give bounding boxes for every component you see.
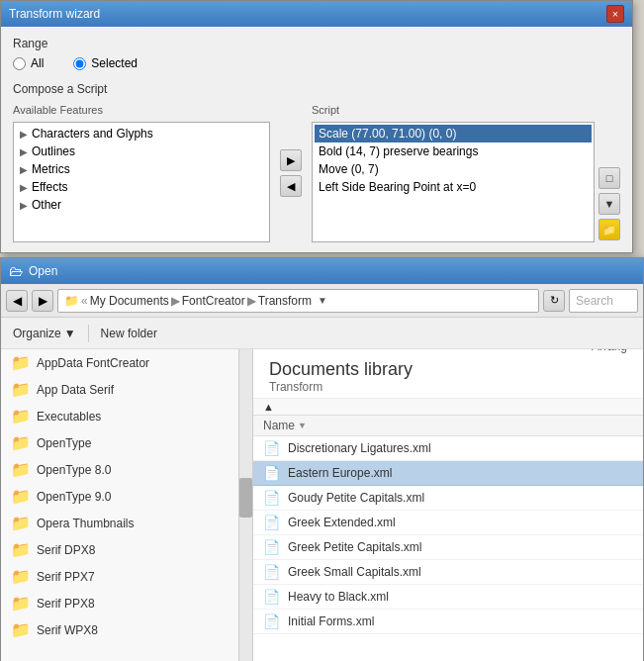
file-item-discretionary[interactable]: 📄 Discretionary Ligatures.xml — [253, 436, 643, 461]
file-item-greek-small[interactable]: 📄 Greek Small Capitals.xml — [253, 560, 643, 585]
file-icon: 📄 — [263, 614, 280, 629]
breadcrumb-fontcreator[interactable]: FontCreator — [182, 294, 245, 308]
folder-icon: 📁 — [11, 594, 31, 613]
folder-icon: 📁 — [11, 620, 31, 639]
file-item-initial-forms[interactable]: 📄 Initial Forms.xml — [253, 610, 643, 634]
library-title: Documents library — [269, 359, 413, 379]
folder-icon: 📁 — [11, 353, 31, 372]
compose-label: Compose a Script — [13, 82, 620, 96]
library-header: Documents library Arrang Transform — [253, 349, 643, 399]
folder-executables[interactable]: 📁 Executables — [1, 403, 252, 429]
organize-arrow-icon: ▼ — [64, 327, 76, 340]
folder-serif-dpx8[interactable]: 📁 Serif DPX8 — [1, 536, 252, 563]
folder-name: AppData FontCreator — [37, 356, 149, 370]
expand-arrow-icon: ▶ — [20, 164, 28, 175]
script-item[interactable]: Bold (14, 7) preserve bearings — [315, 142, 592, 160]
folder-opera-thumbnails[interactable]: 📁 Opera Thumbnails — [1, 510, 252, 536]
feature-metrics[interactable]: ▶ Metrics — [16, 160, 267, 178]
name-col-label: Name — [263, 419, 295, 432]
folder-serif-ppx7[interactable]: 📁 Serif PPX7 — [1, 563, 252, 590]
close-button[interactable]: × — [606, 5, 624, 23]
organize-button[interactable]: Organize ▼ — [9, 325, 80, 342]
feature-characters-glyphs[interactable]: ▶ Characters and Glyphs — [16, 125, 267, 142]
breadcrumb-sep1: ▶ — [171, 294, 180, 308]
folder-serif-ppx8[interactable]: 📁 Serif PPX8 — [1, 590, 252, 616]
range-label: Range — [13, 37, 620, 50]
file-name: Heavy to Black.xml — [288, 590, 389, 604]
breadcrumb-my-documents[interactable]: My Documents — [90, 294, 169, 308]
back-button[interactable]: ◀ — [6, 290, 28, 312]
folder-opentype[interactable]: 📁 OpenType — [1, 429, 252, 456]
folder-name: Serif PPX8 — [37, 597, 95, 611]
script-up-button[interactable]: □ — [598, 167, 620, 189]
feature-other[interactable]: ▶ Other — [16, 196, 267, 214]
feature-label: Metrics — [32, 162, 70, 176]
folder-icon: 📁 — [11, 433, 31, 452]
breadcrumb-transform[interactable]: Transform — [258, 294, 312, 308]
folder-name: OpenType — [37, 436, 91, 450]
file-list-pane: Documents library Arrang Transform ▲ Nam… — [253, 349, 643, 661]
breadcrumb-dropdown-icon[interactable]: ▼ — [318, 295, 327, 306]
file-name: Discretionary Ligatures.xml — [288, 441, 431, 455]
scrollbar[interactable] — [238, 349, 252, 661]
script-folder-button[interactable]: 📁 — [598, 219, 620, 240]
features-panel: Available Features ▶ Characters and Glyp… — [13, 104, 270, 242]
radio-selected-item: Selected — [73, 56, 138, 70]
forward-button[interactable]: ▶ — [32, 290, 53, 312]
script-panel: Script Scale (77.00, 71.00) (0, 0) Bold … — [312, 104, 620, 242]
script-action-buttons: □ ▼ 📁 — [598, 122, 620, 242]
folder-icon: 📁 — [11, 380, 31, 399]
folder-icon: 📁 — [11, 407, 31, 425]
feature-effects[interactable]: ▶ Effects — [16, 178, 267, 196]
folder-serif-wpx8[interactable]: 📁 Serif WPX8 — [1, 616, 252, 643]
folder-opentype-8[interactable]: 📁 OpenType 8.0 — [1, 456, 252, 483]
folder-name: Serif PPX7 — [37, 570, 95, 584]
file-icon: 📄 — [263, 564, 280, 580]
radio-all[interactable] — [13, 57, 26, 70]
search-box[interactable]: Search — [569, 289, 638, 313]
feature-outlines[interactable]: ▶ Outlines — [16, 142, 267, 160]
folder-name: Serif DPX8 — [37, 543, 95, 557]
add-feature-button[interactable]: ▶ — [280, 149, 302, 171]
file-icon: 📄 — [263, 465, 280, 481]
refresh-button[interactable]: ↻ — [543, 290, 565, 312]
folder-opentype-9[interactable]: 📁 OpenType 9.0 — [1, 483, 252, 510]
breadcrumb-sep2: ▶ — [247, 294, 256, 308]
name-column-header[interactable]: Name ▼ — [263, 419, 307, 432]
expand-arrow-icon: ▶ — [20, 182, 28, 193]
breadcrumb-bar[interactable]: 📁 « My Documents ▶ FontCreator ▶ Transfo… — [57, 289, 539, 313]
file-item-greek-extended[interactable]: 📄 Greek Extended.xml — [253, 511, 643, 535]
arrange-button[interactable]: Arrang — [592, 349, 627, 353]
sort-arrow-up: ▲ — [263, 401, 274, 413]
new-folder-button[interactable]: New folder — [97, 325, 161, 342]
script-item[interactable]: Move (0, 7) — [315, 160, 592, 178]
folder-icon: 📁 — [11, 487, 31, 506]
file-item-goudy[interactable]: 📄 Goudy Petite Capitals.xml — [253, 486, 643, 511]
library-subtitle: Transform — [269, 380, 627, 394]
remove-feature-button[interactable]: ◀ — [280, 175, 302, 197]
file-icon: 📄 — [263, 539, 280, 555]
folder-app-data-serif[interactable]: 📁 App Data Serif — [1, 376, 252, 403]
file-item-eastern-europe[interactable]: 📄 Eastern Europe.xml — [253, 461, 643, 486]
folder-icon: 📁 — [11, 460, 31, 479]
feature-label: Outlines — [32, 144, 75, 158]
script-item[interactable]: Scale (77.00, 71.00) (0, 0) — [315, 125, 592, 142]
file-icon: 📄 — [263, 490, 280, 506]
expand-arrow-icon: ▶ — [20, 200, 28, 211]
file-name: Greek Small Capitals.xml — [288, 565, 421, 579]
file-item-heavy-black[interactable]: 📄 Heavy to Black.xml — [253, 585, 643, 610]
script-down-button[interactable]: ▼ — [598, 193, 620, 215]
script-item[interactable]: Left Side Bearing Point at x=0 — [315, 178, 592, 196]
feature-list: ▶ Characters and Glyphs ▶ Outlines ▶ Met… — [13, 122, 270, 242]
file-item-greek-petite[interactable]: 📄 Greek Petite Capitals.xml — [253, 535, 643, 560]
script-list: Scale (77.00, 71.00) (0, 0) Bold (14, 7)… — [312, 122, 595, 242]
feature-label: Characters and Glyphs — [32, 127, 153, 141]
file-name: Greek Extended.xml — [288, 516, 396, 529]
open-title: Open — [29, 264, 57, 278]
radio-selected-label: Selected — [91, 56, 138, 70]
radio-selected[interactable] — [73, 57, 86, 70]
folder-name: Serif WPX8 — [37, 623, 98, 637]
address-bar: ◀ ▶ 📁 « My Documents ▶ FontCreator ▶ Tra… — [1, 284, 643, 318]
toolbar-divider — [88, 325, 89, 342]
folder-appdata-fontcreator[interactable]: 📁 AppData FontCreator — [1, 349, 252, 376]
